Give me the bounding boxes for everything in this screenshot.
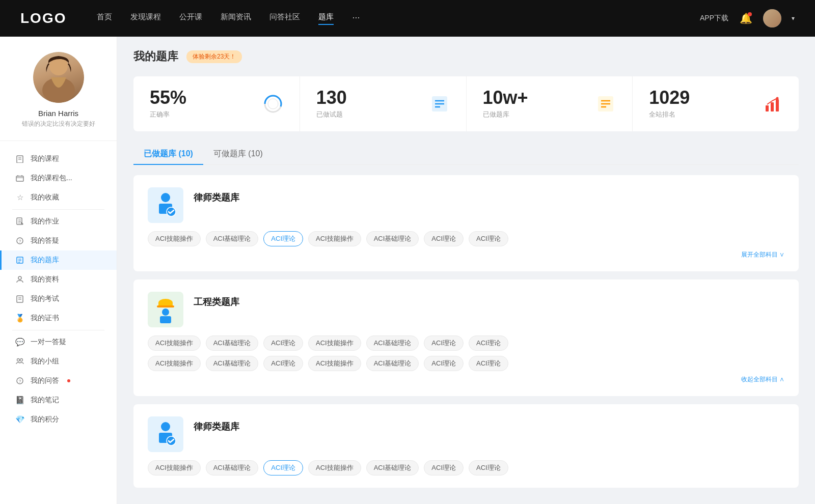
exam-icon xyxy=(15,294,24,303)
tag-1-6[interactable]: ACI理论 xyxy=(424,231,464,246)
tag-2-5[interactable]: ACI基础理论 xyxy=(366,335,419,351)
stat-done-questions-text: 130 已做试题 xyxy=(316,89,421,119)
sidebar-item-group[interactable]: 我的小组 xyxy=(0,352,117,371)
notification-bell[interactable]: 🔔 xyxy=(739,11,753,25)
qbank-card-lawyer-1: 律师类题库 ACI技能操作 ACI基础理论 ACI理论 ACI技能操作 ACI基… xyxy=(133,175,799,271)
tag-1-5[interactable]: ACI基础理论 xyxy=(366,231,419,246)
stat-rank-label: 全站排名 xyxy=(649,110,754,119)
trial-badge: 体验剩余23天！ xyxy=(186,50,242,63)
stat-done-qbank-text: 10w+ 已做题库 xyxy=(483,89,588,119)
tag-1-7[interactable]: ACI理论 xyxy=(469,231,508,246)
nav-link-opencourse[interactable]: 公开课 xyxy=(179,12,202,25)
course-pkg-icon xyxy=(15,174,24,183)
qbank-header-2: 工程类题库 xyxy=(148,292,784,327)
sidebar-item-certificate[interactable]: 🏅 我的证书 xyxy=(0,309,117,328)
sidebar-label-myqa: 我的问答 xyxy=(31,376,59,385)
tag-2-11[interactable]: ACI技能操作 xyxy=(308,356,361,371)
profile-motto: 错误的决定比没有决定要好 xyxy=(22,120,95,128)
qbank-header-3: 律师类题库 xyxy=(148,416,784,452)
tag-1-4[interactable]: ACI技能操作 xyxy=(308,231,361,246)
profile-name: Brian Harris xyxy=(38,109,78,118)
sidebar-divider-2 xyxy=(12,330,104,330)
nav-link-qa[interactable]: 问答社区 xyxy=(269,12,300,25)
sidebar-item-favorites[interactable]: ☆ 我的收藏 xyxy=(0,188,117,207)
sidebar-label-qbank: 我的题库 xyxy=(31,256,59,265)
sidebar-item-profile[interactable]: 我的资料 xyxy=(0,270,117,289)
qbank-collapse-2[interactable]: 收起全部科目 ∧ xyxy=(148,375,784,384)
nav-link-discover[interactable]: 发现课程 xyxy=(130,12,161,25)
sidebar-item-qa[interactable]: ? 我的答疑 xyxy=(0,231,117,250)
svg-rect-49 xyxy=(160,316,171,323)
tab-todo[interactable]: 可做题库 (10) xyxy=(203,144,273,164)
svg-rect-47 xyxy=(157,305,174,307)
svg-point-29 xyxy=(268,99,278,109)
tag-2-4[interactable]: ACI技能操作 xyxy=(308,335,361,351)
tag-2-7[interactable]: ACI理论 xyxy=(469,335,508,351)
tag-3-1[interactable]: ACI技能操作 xyxy=(148,460,201,475)
tag-2-10[interactable]: ACI理论 xyxy=(263,356,303,371)
qbank-card-engineer: 工程类题库 ACI技能操作 ACI基础理论 ACI理论 ACI技能操作 ACI基… xyxy=(133,279,799,396)
qbank-icon-lawyer-2 xyxy=(148,416,183,452)
tag-2-13[interactable]: ACI理论 xyxy=(424,356,464,371)
svg-point-41 xyxy=(776,97,779,100)
tag-3-4[interactable]: ACI技能操作 xyxy=(308,460,361,475)
avatar[interactable] xyxy=(763,9,781,27)
qbank-card-lawyer-2: 律师类题库 ACI技能操作 ACI基础理论 ACI理论 ACI技能操作 ACI基… xyxy=(133,404,799,488)
stat-rank-value: 1029 xyxy=(649,89,754,107)
sidebar-item-course-pkg[interactable]: 我的课程包... xyxy=(0,169,117,188)
sidebar-profile: Brian Harris 错误的决定比没有决定要好 xyxy=(0,52,117,141)
avatar-svg xyxy=(33,52,84,103)
sidebar-label-homework: 我的作业 xyxy=(31,217,59,226)
sidebar-label-certificate: 我的证书 xyxy=(31,314,59,323)
tag-1-1[interactable]: ACI技能操作 xyxy=(148,231,201,246)
tag-3-3[interactable]: ACI理论 xyxy=(263,460,303,475)
tag-1-3[interactable]: ACI理论 xyxy=(263,231,303,246)
tag-3-6[interactable]: ACI理论 xyxy=(424,460,464,475)
rank-icon xyxy=(762,94,782,114)
tag-3-7[interactable]: ACI理论 xyxy=(469,460,508,475)
tag-2-6[interactable]: ACI理论 xyxy=(424,335,464,351)
nav-more[interactable]: ··· xyxy=(352,12,360,25)
sidebar-label-favorites: 我的收藏 xyxy=(31,193,59,202)
tag-2-9[interactable]: ACI基础理论 xyxy=(206,356,259,371)
sidebar-item-homework[interactable]: 我的作业 xyxy=(0,212,117,231)
tag-2-2[interactable]: ACI基础理论 xyxy=(206,335,259,351)
svg-rect-40 xyxy=(776,99,779,111)
qbank-name-engineer: 工程类题库 xyxy=(194,292,239,308)
svg-text:?: ? xyxy=(18,379,21,384)
app-download-button[interactable]: APP下载 xyxy=(700,14,728,23)
qbank-icon xyxy=(15,256,24,265)
sidebar-item-1on1[interactable]: 💬 一对一答疑 xyxy=(0,332,117,352)
sidebar-item-qbank[interactable]: 我的题库 xyxy=(0,250,117,270)
sidebar-item-exam[interactable]: 我的考试 xyxy=(0,289,117,309)
svg-point-24 xyxy=(20,359,23,361)
nav-link-qbank[interactable]: 题库 xyxy=(318,12,334,25)
tag-3-2[interactable]: ACI基础理论 xyxy=(206,460,259,475)
nav-link-home[interactable]: 首页 xyxy=(97,12,112,25)
sidebar-item-courses[interactable]: 我的课程 xyxy=(0,149,117,169)
group-icon xyxy=(15,357,24,366)
nav-link-news[interactable]: 新闻资讯 xyxy=(221,12,251,25)
tag-3-5[interactable]: ACI基础理论 xyxy=(366,460,419,475)
tab-done[interactable]: 已做题库 (10) xyxy=(133,144,203,164)
sidebar-label-profile: 我的资料 xyxy=(31,275,59,284)
tag-1-2[interactable]: ACI基础理论 xyxy=(206,231,259,246)
nav-right: APP下载 🔔 ▾ xyxy=(700,9,795,27)
sidebar-item-myqa[interactable]: ? 我的问答 xyxy=(0,371,117,390)
tag-2-3[interactable]: ACI理论 xyxy=(263,335,303,351)
tag-2-12[interactable]: ACI基础理论 xyxy=(366,356,419,371)
qbank-expand-1[interactable]: 展开全部科目 ∨ xyxy=(148,250,784,259)
avatar-image xyxy=(763,9,781,27)
tag-2-14[interactable]: ACI理论 xyxy=(469,356,508,371)
profile-avatar[interactable] xyxy=(33,52,84,103)
avatar-caret[interactable]: ▾ xyxy=(792,15,795,22)
sidebar-item-points[interactable]: 💎 我的积分 xyxy=(0,410,117,429)
page-layout: Brian Harris 错误的决定比没有决定要好 我的课程 我的课程包... … xyxy=(0,37,815,504)
engineer-icon-svg xyxy=(153,296,178,324)
sidebar-item-notes[interactable]: 📓 我的笔记 xyxy=(0,390,117,410)
tag-2-1[interactable]: ACI技能操作 xyxy=(148,335,201,351)
stat-done-qbank: 10w+ 已做题库 xyxy=(467,76,633,131)
sidebar-divider-1 xyxy=(12,209,104,210)
tag-2-8[interactable]: ACI技能操作 xyxy=(148,356,201,371)
svg-point-42 xyxy=(161,193,170,202)
